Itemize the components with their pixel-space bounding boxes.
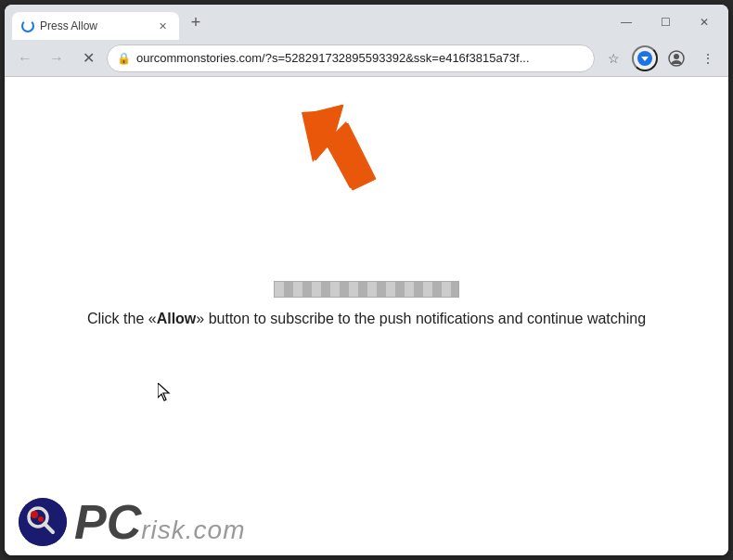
tab-area: Press Allow ✕ + xyxy=(5,5,608,40)
minimize-button[interactable]: — xyxy=(608,8,645,36)
bookmark-button[interactable]: ☆ xyxy=(600,45,626,71)
url-text: ourcommonstories.com/?s=5282917328955933… xyxy=(136,51,585,65)
pcrisk-logo-icon xyxy=(19,498,67,546)
svg-point-9 xyxy=(31,511,38,518)
progress-area: Click the «Allow» button to subscribe to… xyxy=(87,281,646,327)
pcrisk-logo: PC risk.com xyxy=(19,498,245,546)
pcrisk-icon-svg xyxy=(19,498,67,546)
pcrisk-text: PC risk.com xyxy=(74,498,245,546)
downloads-icon xyxy=(637,50,653,67)
tab-loading-icon xyxy=(21,19,34,32)
svg-marker-6 xyxy=(158,383,169,401)
menu-button[interactable]: ⋮ xyxy=(695,45,721,71)
cursor-icon xyxy=(158,383,173,406)
mouse-cursor xyxy=(158,383,173,401)
close-button[interactable]: ✕ xyxy=(686,8,723,36)
active-tab[interactable]: Press Allow ✕ xyxy=(12,12,179,40)
svg-point-3 xyxy=(674,54,679,59)
svg-point-10 xyxy=(38,516,44,522)
window-controls: — ☐ ✕ xyxy=(608,5,728,40)
page-content: Click the «Allow» button to subscribe to… xyxy=(5,77,728,555)
lock-icon: 🔒 xyxy=(117,52,131,65)
profile-button[interactable] xyxy=(663,45,689,71)
maximize-button[interactable]: ☐ xyxy=(647,8,684,36)
cta-text: Click the «Allow» button to subscribe to… xyxy=(87,311,646,327)
address-bar[interactable]: 🔒 ourcommonstories.com/?s=52829173289559… xyxy=(107,45,595,72)
pc-text: PC xyxy=(74,498,141,546)
arrow-icon xyxy=(292,105,385,193)
tab-close-button[interactable]: ✕ xyxy=(155,19,170,33)
profile-icon xyxy=(668,50,685,67)
browser-window: Press Allow ✕ + — ☐ ✕ ← → ✕ 🔒 ourcommons… xyxy=(5,5,728,555)
downloads-button[interactable] xyxy=(632,45,658,71)
new-tab-button[interactable]: + xyxy=(183,9,209,35)
nav-bar: ← → ✕ 🔒 ourcommonstories.com/?s=52829173… xyxy=(5,40,728,77)
risk-text: risk.com xyxy=(141,515,245,545)
tab-title: Press Allow xyxy=(40,19,97,32)
forward-button[interactable]: → xyxy=(44,45,70,71)
progress-bar xyxy=(274,281,459,298)
svg-point-7 xyxy=(19,498,67,546)
reload-button[interactable]: ✕ xyxy=(75,45,101,71)
title-bar: Press Allow ✕ + — ☐ ✕ xyxy=(5,5,728,40)
back-button[interactable]: ← xyxy=(12,45,38,71)
arrow-container xyxy=(292,105,385,197)
